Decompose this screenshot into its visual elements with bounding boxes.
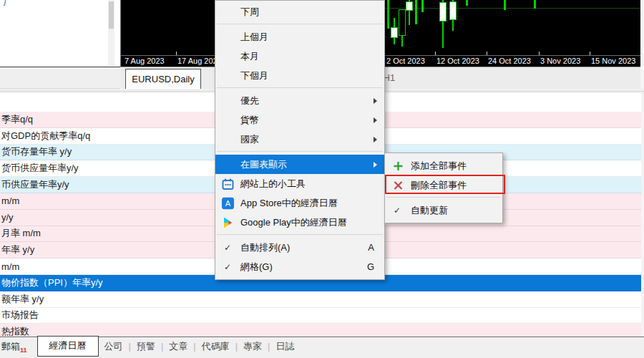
axis-tick: [435, 52, 436, 55]
svg-text:A: A: [225, 199, 231, 208]
candle-body: [439, 2, 447, 21]
axis-tick: [487, 52, 487, 55]
left-panel-scrollbar[interactable]: [108, 0, 114, 66]
candle-wick: [415, 0, 417, 24]
context-menu-item-3[interactable]: 本月: [215, 47, 384, 66]
candle-body: [399, 9, 406, 36]
context-menu-item-label: Google Play中的經濟日曆: [240, 216, 347, 229]
context-menu-item-4[interactable]: 下個月: [215, 66, 384, 85]
event-name: 货币供应量年率y/y: [1, 162, 79, 175]
table-row[interactable]: 市场报告: [0, 308, 641, 324]
submenu-item-1[interactable]: 刪除全部事件: [385, 175, 502, 195]
table-row[interactable]: 额年率 y/y: [0, 291, 641, 308]
show-on-chart-submenu: 添加全部事件刪除全部事件✓自動更新: [384, 153, 503, 223]
table-row[interactable]: 热指数: [0, 324, 641, 337]
tab-mailbox[interactable]: 郵箱11: [1, 340, 27, 354]
event-name: 年率 y/y: [1, 243, 34, 256]
context-menu-item-10[interactable]: 在圖表顯示: [215, 155, 384, 174]
context-menu-separator: [217, 24, 383, 24]
event-name: 货币存量年率 y/y: [1, 145, 72, 158]
tab-separator: |: [235, 341, 238, 352]
context-menu-item-label: 在圖表顯示: [240, 158, 287, 171]
event-name: y/y: [1, 212, 14, 223]
mailbox-label: 郵箱: [1, 341, 20, 352]
candle-wick: [534, 0, 536, 9]
chart2-tabbar: ,H1: [384, 67, 640, 89]
tab-5[interactable]: 日誌: [275, 341, 294, 352]
axis-date-label: 2 Oct 2023: [386, 57, 425, 65]
check-icon: ✓: [394, 205, 401, 216]
event-name: 热指数: [1, 325, 29, 337]
tab-2[interactable]: 文章: [169, 341, 187, 352]
check-icon: ✓: [224, 262, 231, 272]
context-menu-separator: [217, 151, 383, 152]
context-menu-item-label: 網格(G): [240, 261, 273, 274]
candle-body: [406, 1, 413, 11]
context-menu-item-label: 網站上的小工具: [240, 178, 306, 190]
tab-separator: |: [268, 341, 270, 352]
shortcut-key: A: [368, 242, 374, 253]
left-chart-panel: j: [0, 0, 120, 67]
context-menu-item-8[interactable]: 國家: [215, 130, 384, 149]
tab-eurusd-daily[interactable]: EURUSD,Daily: [125, 69, 201, 89]
mt5-workspace: j 7 Aug 202317 Aug 2023 EURUSD,Daily 2 O…: [0, 0, 644, 358]
context-menu-item-6[interactable]: 優先: [215, 91, 384, 110]
delete-icon: [392, 179, 404, 191]
left-panel-tabstrip: [0, 67, 120, 89]
axis-tick: [176, 52, 177, 55]
context-menu-item-label: 下個月: [240, 69, 268, 82]
tab-3[interactable]: 代碼庫: [202, 341, 230, 352]
submenu-item-3[interactable]: ✓自動更新: [385, 200, 502, 220]
event-name: 币供应量年率y/y: [1, 178, 69, 191]
context-menu-item-7[interactable]: 貨幣: [215, 110, 384, 130]
mailbox-badge: 11: [20, 346, 27, 353]
submenu-arrow-icon: [374, 137, 377, 142]
context-menu-item-15[interactable]: ✓自動排列(A)A: [215, 238, 384, 257]
context-menu-item-label: 自動排列(A): [240, 241, 290, 254]
context-menu-item-label: 貨幣: [240, 114, 259, 127]
candle-wick: [466, 0, 468, 6]
context-menu-item-2[interactable]: 上個月: [215, 27, 384, 47]
submenu-arrow-icon: [374, 117, 377, 123]
candle-wick: [421, 0, 424, 12]
tab-1[interactable]: 預警: [137, 341, 155, 352]
check-icon: ✓: [224, 243, 231, 253]
axis-tick: [539, 52, 540, 55]
partial-text-fragment: j: [4, 0, 6, 6]
context-menu-item-label: 本月: [240, 50, 259, 63]
context-menu-item-label: 優先: [240, 95, 259, 107]
context-menu-item-label: 國家: [240, 133, 259, 146]
event-name: 对GDP的贡献季率q/q: [1, 130, 90, 142]
context-menu-item-11[interactable]: 網站上的小工具: [215, 174, 384, 193]
shortcut-key: G: [367, 261, 374, 272]
calendar-scrollbar[interactable]: [641, 93, 644, 337]
event-name: m/m: [1, 195, 19, 206]
event-name: 额年率 y/y: [1, 293, 44, 306]
tab-economic-calendar[interactable]: 經濟日曆: [37, 336, 99, 357]
google-play-icon: [222, 216, 234, 228]
tab-4[interactable]: 專家: [243, 341, 262, 352]
event-name: 月率 m/m: [1, 227, 41, 240]
axis-tick: [590, 52, 590, 55]
context-menu-separator: [217, 87, 383, 88]
submenu-separator: [386, 197, 501, 198]
tab-separator: |: [161, 341, 163, 352]
context-menu-separator: [217, 234, 383, 235]
candle-body: [391, 27, 398, 38]
context-menu-item-label: 下周: [240, 6, 259, 19]
context-menu-item-12[interactable]: AApp Store中的經濟日曆: [215, 193, 384, 213]
context-menu-item-16[interactable]: ✓網格(G)G: [215, 257, 384, 276]
submenu-item-0[interactable]: 添加全部事件: [385, 156, 502, 175]
axis-date-label: 3 Nov 2023: [540, 57, 580, 65]
tab-separator: |: [129, 341, 131, 352]
context-menu-item-13[interactable]: Google Play中的經濟日曆: [215, 213, 384, 232]
axis-date-label: 12 Oct 2023: [436, 57, 479, 65]
context-menu-item-0[interactable]: 下周: [215, 2, 384, 21]
window-edge: [640, 0, 644, 88]
chart-window-h1[interactable]: 2 Oct 202312 Oct 202324 Oct 20233 Nov 20…: [384, 0, 640, 67]
event-name: 市场报告: [1, 309, 39, 321]
scrollbar-thumb[interactable]: [109, 1, 114, 29]
candle-wick: [387, 0, 389, 29]
tab-label: EURUSD,Daily: [132, 74, 194, 84]
tab-0[interactable]: 公司: [104, 341, 123, 352]
